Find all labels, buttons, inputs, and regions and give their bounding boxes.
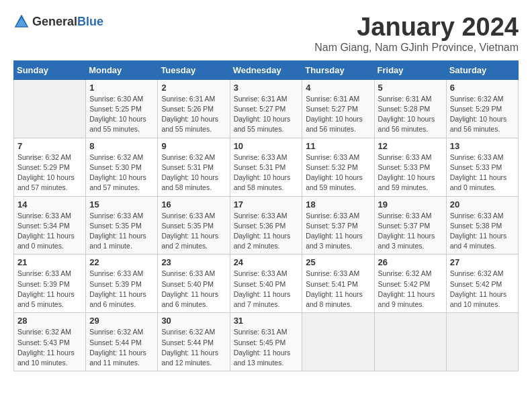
day-info: Sunrise: 6:32 AMSunset: 5:42 PMDaylight:… — [450, 269, 515, 310]
day-number: 17 — [234, 199, 299, 210]
calendar-cell: 1Sunrise: 6:30 AMSunset: 5:25 PMDaylight… — [86, 79, 158, 138]
day-info: Sunrise: 6:33 AMSunset: 5:40 PMDaylight:… — [234, 269, 299, 310]
day-number: 3 — [234, 83, 299, 93]
calendar-cell: 11Sunrise: 6:33 AMSunset: 5:32 PMDayligh… — [302, 138, 374, 196]
day-number: 2 — [161, 83, 226, 93]
day-number: 23 — [161, 257, 226, 267]
calendar-cell: 30Sunrise: 6:32 AMSunset: 5:44 PMDayligh… — [158, 313, 230, 371]
day-number: 5 — [378, 83, 443, 93]
day-number: 22 — [89, 257, 154, 267]
calendar-cell: 27Sunrise: 6:32 AMSunset: 5:42 PMDayligh… — [446, 255, 518, 313]
day-number: 21 — [17, 257, 82, 267]
calendar-cell — [446, 313, 518, 371]
day-info: Sunrise: 6:33 AMSunset: 5:41 PMDaylight:… — [306, 269, 370, 310]
column-header-friday: Friday — [374, 60, 446, 79]
day-info: Sunrise: 6:33 AMSunset: 5:32 PMDaylight:… — [306, 152, 370, 193]
calendar-week-row: 14Sunrise: 6:33 AMSunset: 5:34 PMDayligh… — [14, 196, 519, 255]
column-header-sunday: Sunday — [14, 60, 86, 79]
day-info: Sunrise: 6:33 AMSunset: 5:35 PMDaylight:… — [161, 211, 226, 252]
calendar-cell: 29Sunrise: 6:32 AMSunset: 5:44 PMDayligh… — [86, 313, 158, 371]
day-info: Sunrise: 6:33 AMSunset: 5:36 PMDaylight:… — [234, 211, 299, 252]
calendar-cell: 16Sunrise: 6:33 AMSunset: 5:35 PMDayligh… — [158, 196, 230, 255]
calendar-week-row: 1Sunrise: 6:30 AMSunset: 5:25 PMDaylight… — [14, 79, 519, 138]
day-number: 24 — [234, 257, 299, 267]
day-info: Sunrise: 6:33 AMSunset: 5:31 PMDaylight:… — [234, 152, 299, 193]
day-number: 11 — [306, 141, 370, 151]
day-number: 25 — [306, 257, 370, 267]
day-info: Sunrise: 6:32 AMSunset: 5:42 PMDaylight:… — [378, 269, 443, 310]
calendar-cell: 14Sunrise: 6:33 AMSunset: 5:34 PMDayligh… — [14, 196, 86, 255]
day-info: Sunrise: 6:31 AMSunset: 5:27 PMDaylight:… — [234, 94, 299, 135]
day-number: 26 — [378, 257, 443, 267]
page-header: GeneralBlue January 2024 Nam Giang, Nam … — [13, 13, 519, 54]
day-number: 6 — [450, 83, 515, 93]
calendar-cell: 4Sunrise: 6:31 AMSunset: 5:27 PMDaylight… — [302, 79, 374, 138]
calendar-cell: 24Sunrise: 6:33 AMSunset: 5:40 PMDayligh… — [230, 255, 302, 313]
day-info: Sunrise: 6:33 AMSunset: 5:40 PMDaylight:… — [161, 269, 226, 310]
calendar-cell — [14, 79, 86, 138]
calendar-cell: 2Sunrise: 6:31 AMSunset: 5:26 PMDaylight… — [158, 79, 230, 138]
calendar-cell: 28Sunrise: 6:32 AMSunset: 5:43 PMDayligh… — [14, 313, 86, 371]
calendar-week-row: 21Sunrise: 6:33 AMSunset: 5:39 PMDayligh… — [14, 255, 519, 313]
logo-general: General — [32, 15, 77, 28]
day-number: 31 — [234, 316, 299, 326]
calendar-cell: 23Sunrise: 6:33 AMSunset: 5:40 PMDayligh… — [158, 255, 230, 313]
calendar-cell — [374, 313, 446, 371]
day-number: 1 — [89, 83, 154, 93]
calendar-cell — [302, 313, 374, 371]
calendar-cell: 15Sunrise: 6:33 AMSunset: 5:35 PMDayligh… — [86, 196, 158, 255]
calendar-week-row: 28Sunrise: 6:32 AMSunset: 5:43 PMDayligh… — [14, 313, 519, 371]
column-header-tuesday: Tuesday — [158, 60, 230, 79]
logo-icon — [13, 13, 30, 30]
day-info: Sunrise: 6:33 AMSunset: 5:37 PMDaylight:… — [378, 211, 443, 252]
day-info: Sunrise: 6:32 AMSunset: 5:43 PMDaylight:… — [17, 327, 82, 368]
calendar-cell: 25Sunrise: 6:33 AMSunset: 5:41 PMDayligh… — [302, 255, 374, 313]
day-number: 30 — [161, 316, 226, 326]
day-info: Sunrise: 6:33 AMSunset: 5:33 PMDaylight:… — [378, 152, 443, 193]
day-info: Sunrise: 6:33 AMSunset: 5:39 PMDaylight:… — [17, 269, 82, 310]
logo-blue: Blue — [77, 15, 103, 28]
day-info: Sunrise: 6:32 AMSunset: 5:31 PMDaylight:… — [161, 152, 226, 193]
day-number: 12 — [378, 141, 443, 151]
calendar-cell: 17Sunrise: 6:33 AMSunset: 5:36 PMDayligh… — [230, 196, 302, 255]
day-info: Sunrise: 6:33 AMSunset: 5:33 PMDaylight:… — [450, 152, 515, 193]
day-number: 20 — [450, 199, 515, 210]
day-info: Sunrise: 6:30 AMSunset: 5:25 PMDaylight:… — [89, 94, 154, 135]
day-number: 7 — [17, 141, 82, 151]
day-info: Sunrise: 6:31 AMSunset: 5:27 PMDaylight:… — [306, 94, 370, 135]
month-title: January 2024 — [314, 13, 519, 42]
day-info: Sunrise: 6:31 AMSunset: 5:26 PMDaylight:… — [161, 94, 226, 135]
day-info: Sunrise: 6:33 AMSunset: 5:37 PMDaylight:… — [306, 211, 370, 252]
calendar-cell: 9Sunrise: 6:32 AMSunset: 5:31 PMDaylight… — [158, 138, 230, 196]
day-info: Sunrise: 6:32 AMSunset: 5:44 PMDaylight:… — [161, 327, 226, 368]
column-header-monday: Monday — [86, 60, 158, 79]
day-number: 14 — [17, 199, 82, 210]
logo: GeneralBlue — [13, 13, 103, 30]
day-number: 27 — [450, 257, 515, 267]
day-number: 18 — [306, 199, 370, 210]
title-area: January 2024 Nam Giang, Nam GJinh Provin… — [314, 13, 519, 54]
day-number: 19 — [378, 199, 443, 210]
calendar-cell: 7Sunrise: 6:32 AMSunset: 5:29 PMDaylight… — [14, 138, 86, 196]
day-info: Sunrise: 6:32 AMSunset: 5:44 PMDaylight:… — [89, 327, 154, 368]
day-number: 10 — [234, 141, 299, 151]
day-info: Sunrise: 6:33 AMSunset: 5:34 PMDaylight:… — [17, 211, 82, 252]
calendar-week-row: 7Sunrise: 6:32 AMSunset: 5:29 PMDaylight… — [14, 138, 519, 196]
calendar-cell: 8Sunrise: 6:32 AMSunset: 5:30 PMDaylight… — [86, 138, 158, 196]
day-number: 13 — [450, 141, 515, 151]
calendar-cell: 20Sunrise: 6:33 AMSunset: 5:38 PMDayligh… — [446, 196, 518, 255]
calendar-body: 1Sunrise: 6:30 AMSunset: 5:25 PMDaylight… — [14, 79, 519, 371]
day-info: Sunrise: 6:33 AMSunset: 5:35 PMDaylight:… — [89, 211, 154, 252]
calendar-table: SundayMondayTuesdayWednesdayThursdayFrid… — [13, 60, 519, 371]
calendar-cell: 21Sunrise: 6:33 AMSunset: 5:39 PMDayligh… — [14, 255, 86, 313]
day-info: Sunrise: 6:32 AMSunset: 5:29 PMDaylight:… — [450, 94, 515, 135]
day-info: Sunrise: 6:33 AMSunset: 5:38 PMDaylight:… — [450, 211, 515, 252]
calendar-cell: 3Sunrise: 6:31 AMSunset: 5:27 PMDaylight… — [230, 79, 302, 138]
column-header-saturday: Saturday — [446, 60, 518, 79]
day-info: Sunrise: 6:31 AMSunset: 5:45 PMDaylight:… — [234, 327, 299, 368]
day-number: 16 — [161, 199, 226, 210]
column-header-wednesday: Wednesday — [230, 60, 302, 79]
calendar-cell: 5Sunrise: 6:31 AMSunset: 5:28 PMDaylight… — [374, 79, 446, 138]
calendar-cell: 6Sunrise: 6:32 AMSunset: 5:29 PMDaylight… — [446, 79, 518, 138]
calendar-cell: 22Sunrise: 6:33 AMSunset: 5:39 PMDayligh… — [86, 255, 158, 313]
